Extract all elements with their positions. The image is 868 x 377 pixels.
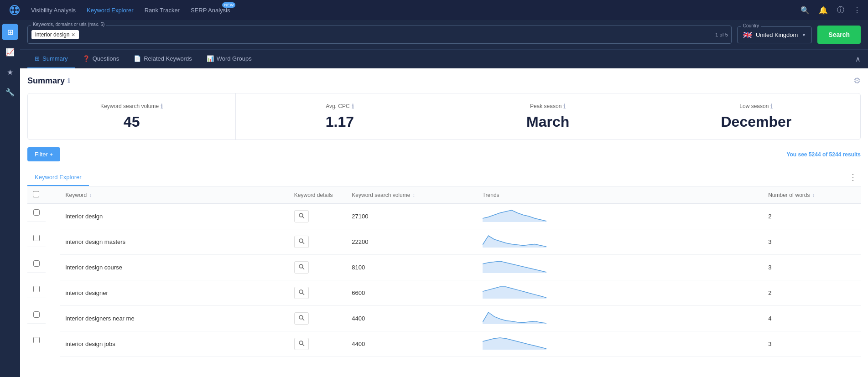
row-details-cell bbox=[289, 204, 347, 229]
th-volume: Keyword search volume ↕ bbox=[346, 186, 477, 204]
bell-icon[interactable]: 🔔 bbox=[819, 6, 828, 15]
keyword-details-button[interactable] bbox=[294, 261, 309, 274]
svg-point-4 bbox=[15, 10, 18, 13]
help-icon[interactable]: ⓘ bbox=[837, 5, 844, 15]
table-row: interior design 27100 2 bbox=[27, 204, 861, 229]
apps-icon[interactable]: ⋮ bbox=[853, 6, 861, 15]
tabs-collapse-icon[interactable]: ∧ bbox=[855, 55, 861, 63]
row-checkbox[interactable] bbox=[33, 311, 40, 318]
svg-point-1 bbox=[11, 7, 14, 10]
content-area: Summary ℹ ⚙ Keyword search volume ℹ 45 A… bbox=[20, 68, 868, 377]
row-word-count: 4 bbox=[763, 306, 861, 331]
row-keyword: interior design bbox=[60, 204, 289, 229]
svg-marker-13 bbox=[483, 261, 546, 273]
nav-items: Visibility Analysis Keyword Explorer Ran… bbox=[31, 5, 800, 15]
stat-avg-cpc-label: Avg. CPC ℹ bbox=[245, 103, 434, 110]
tab-questions[interactable]: ❓ Questions bbox=[75, 50, 127, 68]
stat-peak-info-icon[interactable]: ℹ bbox=[563, 103, 566, 110]
tab-word-groups[interactable]: 📊 Word Groups bbox=[199, 50, 259, 68]
search-button[interactable]: Search bbox=[817, 26, 861, 44]
country-selector[interactable]: Country 🇬🇧 United Kingdom ▼ bbox=[737, 26, 812, 43]
nav-visibility-analysis[interactable]: Visibility Analysis bbox=[31, 5, 76, 15]
explorer-tabs: Keyword Explorer ⋮ bbox=[27, 169, 861, 186]
row-volume: 4400 bbox=[346, 306, 477, 331]
tab-summary-label: Summary bbox=[42, 55, 68, 62]
stat-volume-info-icon[interactable]: ℹ bbox=[161, 103, 163, 110]
row-volume: 27100 bbox=[346, 204, 477, 229]
th-words: Number of words ↕ bbox=[763, 186, 861, 204]
search-icon[interactable]: 🔍 bbox=[800, 6, 810, 15]
row-checkbox[interactable] bbox=[33, 260, 40, 267]
sidebar-item-settings[interactable]: 🔧 bbox=[2, 84, 18, 100]
stat-low-season: Low season ℹ December bbox=[652, 93, 860, 139]
svg-point-14 bbox=[299, 290, 303, 294]
tab-questions-label: Questions bbox=[93, 55, 120, 62]
chevron-down-icon: ▼ bbox=[801, 32, 806, 37]
filter-button[interactable]: Filter + bbox=[27, 147, 60, 161]
row-checkbox[interactable] bbox=[33, 337, 40, 343]
row-word-count: 2 bbox=[763, 204, 861, 229]
row-keyword: interior design course bbox=[60, 255, 289, 280]
nav-rank-tracker[interactable]: Rank Tracker bbox=[145, 5, 180, 15]
keyword-details-button[interactable] bbox=[294, 338, 309, 350]
table-header-row: Keyword ↕ Keyword details Keyword search… bbox=[27, 186, 861, 204]
row-keyword: interior designer bbox=[60, 280, 289, 306]
row-checkbox-cell bbox=[27, 280, 46, 298]
nav-serp-analysis[interactable]: SERP Analysis NEW bbox=[191, 5, 230, 15]
row-details-cell bbox=[289, 306, 347, 331]
row-details-cell bbox=[289, 255, 347, 280]
select-all-checkbox[interactable] bbox=[33, 191, 39, 197]
sidebar-item-favorites[interactable]: ★ bbox=[2, 64, 18, 80]
nav-keyword-explorer[interactable]: Keyword Explorer bbox=[87, 5, 134, 15]
words-sort-icon[interactable]: ↕ bbox=[812, 193, 815, 198]
row-trends bbox=[477, 255, 763, 280]
stat-keyword-volume-value: 45 bbox=[37, 114, 226, 130]
row-word-count: 3 bbox=[763, 229, 861, 255]
volume-sort-icon[interactable]: ↕ bbox=[413, 193, 415, 198]
tab-summary[interactable]: ⊞ Summary bbox=[27, 50, 75, 68]
row-trends bbox=[477, 204, 763, 229]
table-row: interior designer 6600 2 bbox=[27, 280, 861, 306]
row-word-count: 2 bbox=[763, 280, 861, 306]
svg-marker-19 bbox=[483, 312, 546, 324]
stat-low-info-icon[interactable]: ℹ bbox=[770, 103, 773, 110]
row-checkbox-cell bbox=[27, 306, 46, 324]
row-trends bbox=[477, 331, 763, 357]
wordgroups-tab-icon: 📊 bbox=[207, 55, 214, 62]
nav-icon-group: 🔍 🔔 ⓘ ⋮ bbox=[800, 5, 861, 15]
search-tag-text: interior design bbox=[35, 31, 69, 38]
search-input-container: Keywords, domains or urls (max. 5) inter… bbox=[27, 26, 732, 44]
row-checkbox[interactable] bbox=[33, 209, 40, 216]
sidebar: ⊞ 📈 ★ 🔧 bbox=[0, 20, 20, 377]
svg-point-2 bbox=[15, 7, 18, 10]
search-input-box[interactable]: interior design × bbox=[27, 26, 732, 44]
keyword-details-button[interactable] bbox=[294, 287, 309, 299]
keywords-table: Keyword ↕ Keyword details Keyword search… bbox=[27, 186, 861, 357]
country-label: Country bbox=[741, 23, 761, 28]
stat-avg-cpc-value: 1.17 bbox=[245, 114, 434, 130]
keyword-sort-icon[interactable]: ↕ bbox=[89, 193, 92, 198]
keyword-details-button[interactable] bbox=[294, 312, 309, 325]
svg-marker-7 bbox=[483, 210, 546, 222]
explorer-tab-keywords[interactable]: Keyword Explorer bbox=[27, 169, 89, 186]
stat-cpc-info-icon[interactable]: ℹ bbox=[352, 103, 354, 110]
summary-tab-icon: ⊞ bbox=[35, 55, 40, 62]
tab-related-keywords[interactable]: 📄 Related Keywords bbox=[126, 50, 199, 68]
sidebar-item-analytics[interactable]: 📈 bbox=[2, 44, 18, 60]
row-checkbox[interactable] bbox=[33, 235, 40, 241]
keyword-details-button[interactable] bbox=[294, 210, 309, 222]
keyword-details-button[interactable] bbox=[294, 236, 309, 248]
settings-icon[interactable]: ⚙ bbox=[853, 76, 861, 86]
svg-point-11 bbox=[299, 264, 303, 268]
sidebar-item-home[interactable]: ⊞ bbox=[2, 24, 18, 40]
stat-peak-season-label: Peak season ℹ bbox=[453, 103, 643, 110]
info-icon[interactable]: ℹ bbox=[68, 77, 70, 84]
table-row: interior designers near me 4400 4 bbox=[27, 306, 861, 331]
search-tag-close[interactable]: × bbox=[71, 31, 75, 38]
results-shown: 5244 of 5244 bbox=[809, 151, 843, 158]
row-checkbox-cell bbox=[27, 204, 46, 222]
explorer-more-icon[interactable]: ⋮ bbox=[845, 169, 861, 186]
row-checkbox[interactable] bbox=[33, 286, 40, 292]
stat-peak-season-value: March bbox=[453, 114, 643, 130]
row-trends bbox=[477, 280, 763, 306]
